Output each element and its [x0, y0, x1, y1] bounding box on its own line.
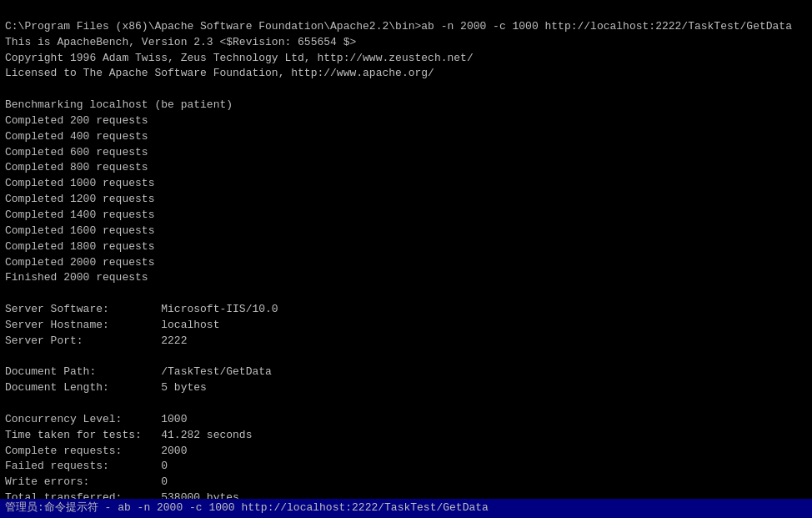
- completed-1600: Completed 1600 requests: [5, 224, 807, 239]
- completed-800: Completed 800 requests: [5, 160, 807, 176]
- completed-1400: Completed 1400 requests: [5, 208, 807, 224]
- write-errors: Write errors: 0: [5, 475, 807, 490]
- empty4: [5, 396, 807, 412]
- completed-1000: Completed 1000 requests: [5, 176, 807, 192]
- completed-1200: Completed 1200 requests: [5, 192, 807, 208]
- cmd-line: C:\Program Files (x86)\Apache Software F…: [5, 19, 807, 35]
- empty2: [5, 286, 807, 302]
- completed-200: Completed 200 requests: [5, 113, 807, 129]
- failed-requests: Failed requests: 0: [5, 459, 807, 475]
- empty3: [5, 350, 807, 365]
- concurrency-level: Concurrency Level: 1000: [5, 412, 807, 428]
- server-hostname: Server Hostname: localhost: [5, 318, 807, 334]
- bottom-bar-text: 管理员:命令提示符 - ab -n 2000 -c 1000 http://lo…: [5, 501, 489, 514]
- benchmarking-line: Benchmarking localhost (be patient): [5, 98, 807, 113]
- completed-400: Completed 400 requests: [5, 129, 807, 145]
- terminal-output: C:\Program Files (x86)\Apache Software F…: [5, 3, 807, 518]
- bottom-status-bar: 管理员:命令提示符 - ab -n 2000 -c 1000 http://lo…: [0, 499, 812, 518]
- server-software: Server Software: Microsoft-IIS/10.0: [5, 302, 807, 318]
- copyright-line: Copyright 1996 Adam Twiss, Zeus Technolo…: [5, 51, 807, 67]
- license-line: Licensed to The Apache Software Foundati…: [5, 66, 807, 82]
- empty1: [5, 82, 807, 98]
- server-port: Server Port: 2222: [5, 334, 807, 350]
- time-taken: Time taken for tests: 41.282 seconds: [5, 428, 807, 444]
- completed-600: Completed 600 requests: [5, 145, 807, 161]
- document-path: Document Path: /TaskTest/GetData: [5, 365, 807, 380]
- completed-1800: Completed 1800 requests: [5, 239, 807, 255]
- finished-2000: Finished 2000 requests: [5, 270, 807, 286]
- version-line: This is ApacheBench, Version 2.3 <$Revis…: [5, 35, 807, 51]
- complete-requests: Complete requests: 2000: [5, 444, 807, 460]
- completed-2000: Completed 2000 requests: [5, 255, 807, 271]
- document-length: Document Length: 5 bytes: [5, 380, 807, 396]
